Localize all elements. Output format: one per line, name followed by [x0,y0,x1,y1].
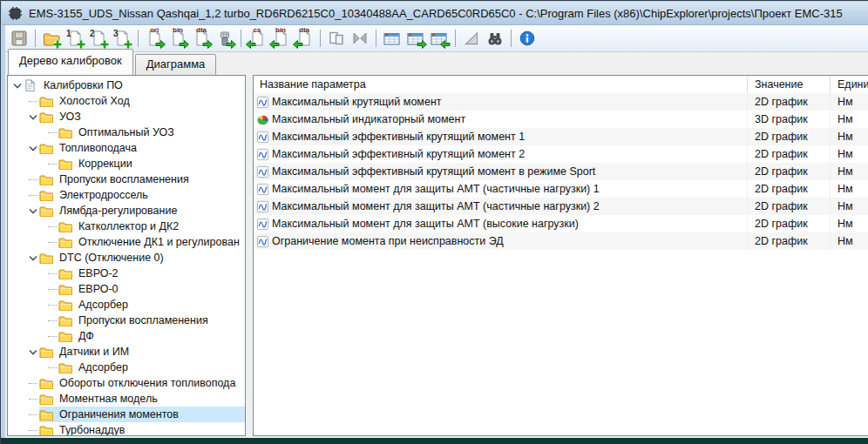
tree-connector [46,297,58,313]
export-bin-button[interactable]: bin [166,27,189,50]
tree-item[interactable]: Коррекции [8,156,245,172]
table-row[interactable]: Максимальный эффективный крутящий момент… [254,128,868,145]
compare-windows-button[interactable] [325,27,348,50]
tree-item[interactable]: Адсорбер [8,297,245,313]
chevron-down-icon[interactable] [27,344,39,360]
parameters-panel: Название параметра Значение Единицы Макс… [253,75,868,436]
tree-item[interactable]: DTC (Отключение 0) [8,250,245,266]
folder-icon [58,330,72,342]
export-device-button[interactable] [214,27,236,50]
table-row[interactable]: Максимальный эффективный крутящий момент… [254,145,868,163]
tree-item-label: Адсорбер [76,298,131,312]
3d-graph-icon [256,113,269,126]
tree-item[interactable]: УОЗ [8,109,245,124]
column-header-unit[interactable]: Единицы [830,76,868,93]
export-ori-button[interactable]: ori [143,27,166,50]
param-name: Максимальный момент для защиты АМТ (част… [272,183,600,195]
add-file-3-button[interactable]: 3 [111,27,133,50]
tree-item-label: Пропуски воспламенения [76,313,211,327]
table-row[interactable]: Максимальный момент для защиты АМТ (част… [254,180,868,198]
tree-item-label: Турбонаддув [57,423,127,436]
table-export-button[interactable] [404,27,427,50]
search-button[interactable] [484,27,506,50]
calibration-tree-panel: Калибровки ПО Холостой Ход УОЗ Оптимальн… [7,75,246,436]
tree-item[interactable]: Отключение ДК1 и регулирован [8,234,245,250]
add-project-button[interactable] [40,27,63,50]
table-row[interactable]: Максимальный индикаторный момент 3D граф… [254,111,868,128]
chevron-down-icon[interactable] [27,250,39,266]
tree-connector [46,124,58,140]
add-file-1-button[interactable]: 1 [64,27,86,50]
param-value: 2D график [747,198,830,215]
toolbar-separator [320,30,321,47]
tree-item[interactable]: Катколлектор и ДК2 [8,219,245,234]
folder-icon [39,205,53,217]
folder-icon [58,158,72,170]
panel-splitter[interactable] [247,75,253,438]
tab-diagram[interactable]: Диаграмма [135,54,217,76]
tree-item[interactable]: Моментная модель [8,391,245,407]
chevron-down-icon[interactable] [11,77,24,93]
tree-item[interactable]: Пропуски воспламенения [8,313,245,328]
column-header-name[interactable]: Название параметра [254,78,747,91]
merge-button[interactable] [349,27,371,50]
bin-label: bin [167,26,188,34]
folder-icon [39,111,53,123]
folder-plus-icon [43,31,60,46]
2d-graph-icon [256,131,269,144]
tree-item-label: ЕВРО-0 [76,282,121,296]
table-import-button[interactable] [428,27,451,50]
triangle-tool-button[interactable] [460,27,483,50]
param-unit: Нм [830,198,868,215]
param-name: Максимальный индикаторный момент [272,113,465,125]
2d-graph-icon [256,183,269,196]
table-row[interactable]: Максимальный крутящий момент 2D график Н… [254,93,868,111]
tree-item[interactable]: ДФ [8,328,245,344]
folder-icon [39,424,53,436]
save-button[interactable] [8,27,31,50]
tree-item[interactable]: Датчики и ИМ [8,344,245,360]
tree-item-label: Калибровки ПО [41,78,125,92]
chevron-down-icon[interactable] [27,203,39,219]
file-1-label: 1 [66,29,71,38]
tree-item-selected[interactable]: Ограничения моментов [8,407,245,422]
param-name: Максимальный эффективный крутящий момент… [272,165,595,178]
chevron-down-icon[interactable] [27,140,39,156]
toolbar: 1 2 3 ori bin [5,25,868,52]
tree-item[interactable]: Холостой Ход [8,93,245,109]
toolbar-separator [455,30,456,47]
folder-icon [39,408,53,420]
table-row[interactable]: Максимальный эффективный крутящий момент… [254,163,868,180]
tree-item[interactable]: Пропуски воспламенения [8,172,245,187]
tree-item[interactable]: ЕВРО-2 [8,266,245,281]
tree-connector [27,375,39,391]
param-unit: Нм [830,180,868,198]
tree-item[interactable]: Адсорбер [8,360,245,375]
tree-item[interactable]: Оптимальный УОЗ [8,124,245,140]
import-cs-button[interactable]: cs [246,27,268,50]
table-row[interactable]: Максимальный момент для защиты АМТ (высо… [254,215,868,232]
table-row[interactable]: Ограничение момента при неисправности ЭД… [254,232,868,250]
import-bin-button[interactable]: bin [269,27,292,50]
collapse-x-icon [351,30,369,47]
column-header-value[interactable]: Значение [747,76,830,93]
export-dta-button[interactable]: dta [190,27,213,50]
table-view-button[interactable] [381,27,403,50]
chevron-down-icon[interactable] [27,109,39,124]
add-file-2-button[interactable]: 2 [87,27,110,50]
tree-item[interactable]: Топливоподача [8,140,245,156]
tree-item[interactable]: Калибровки ПО [8,77,245,93]
tree-item[interactable]: Лямбда-регулирование [8,203,245,219]
param-name: Максимальный момент для защиты АМТ (высо… [272,218,579,230]
tree-item[interactable]: Электродроссель [8,187,245,203]
import-dta-button[interactable]: dta [293,27,315,50]
tree-item[interactable]: Турбонаддув [8,422,245,436]
tree-item[interactable]: ЕВРО-0 [8,281,245,297]
tree-connector [46,360,58,375]
table-row[interactable]: Максимальный момент для защиты АМТ (част… [254,198,868,215]
tree-item-label: ЕВРО-2 [76,266,121,280]
table-header: Название параметра Значение Единицы [254,76,868,93]
tree-item[interactable]: Обороты отключения топливопода [8,375,245,391]
info-button[interactable] [516,27,539,50]
tab-calibration-tree[interactable]: Дерево калибровок [8,49,133,75]
